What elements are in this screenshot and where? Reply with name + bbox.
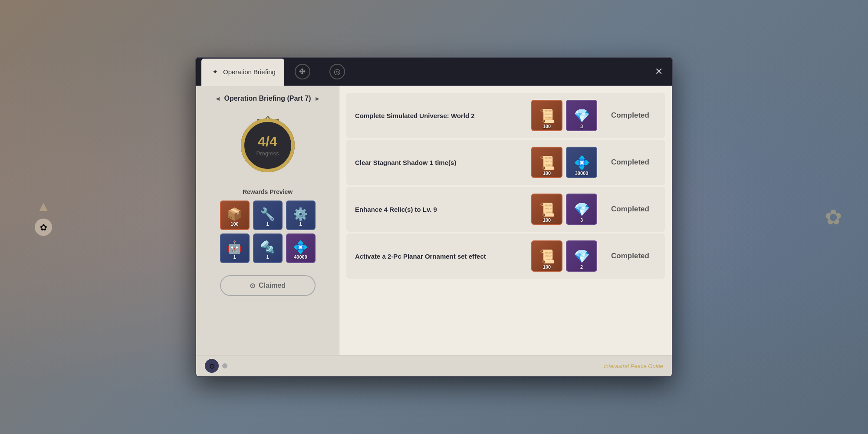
- task-reward-item: 💠 30000: [566, 147, 597, 178]
- modal-body: ◄ Operation Briefing (Part 7) ► 4/4 Prog…: [196, 86, 672, 355]
- reward-count: 100: [532, 171, 562, 176]
- task-description: Enhance 4 Relic(s) to Lv. 9: [355, 205, 524, 214]
- modal-footer: ⊙ Interastral Peace Guide: [196, 355, 672, 376]
- task-reward-item: 📜 100: [531, 147, 562, 178]
- task-reward-item: 📜 100: [531, 240, 562, 272]
- progress-text: 4/4 Progress: [256, 135, 279, 157]
- reward-count: 100: [532, 264, 562, 270]
- reward-icon: 🔧: [260, 208, 275, 220]
- task-reward-item: 📜 100: [531, 194, 562, 225]
- reward-icon: 📜: [539, 249, 555, 264]
- reward-icon: 💎: [574, 249, 590, 264]
- task-row: Complete Simulated Universe: World 2 📜 1…: [346, 93, 665, 138]
- tab-3[interactable]: ◎: [321, 59, 354, 86]
- reward-icon: 🔩: [260, 241, 275, 253]
- reward-item: 🤖 1: [220, 233, 250, 263]
- task-reward-item: 📜 100: [531, 100, 562, 131]
- reward-item: 📦 100: [220, 201, 250, 230]
- modal: ✦ Operation Briefing ✤ ◎ ✕ ◄ Operation B…: [195, 57, 673, 377]
- task-reward-item: 💎 2: [566, 240, 597, 272]
- reward-count: 1: [221, 254, 249, 260]
- task-rewards: 📜 100 💎 2: [531, 240, 597, 272]
- close-button[interactable]: ✕: [651, 64, 667, 79]
- reward-count: 3: [567, 217, 596, 223]
- task-description: Clear Stagnant Shadow 1 time(s): [355, 158, 524, 167]
- footer-left: ⊙: [205, 359, 227, 373]
- reward-count: 1: [254, 254, 282, 260]
- tab-2-icon: ✤: [295, 64, 310, 79]
- reward-count: 100: [532, 124, 562, 129]
- task-rewards: 📜 100 💎 3: [531, 100, 597, 131]
- reward-count: 100: [221, 221, 249, 227]
- task-reward-item: 💎 3: [566, 100, 597, 131]
- briefing-part-label: Operation Briefing (Part 7): [224, 95, 311, 102]
- tab-2[interactable]: ✤: [286, 59, 319, 86]
- reward-icon: 💠: [293, 241, 308, 253]
- task-status: Completed: [604, 111, 656, 120]
- task-reward-item: 💎 3: [566, 194, 597, 225]
- reward-count: 40000: [287, 254, 315, 260]
- reward-icon: 💎: [574, 202, 590, 217]
- tab-briefing-label: Operation Briefing: [223, 68, 276, 76]
- reward-item: 🔩 1: [253, 233, 283, 263]
- task-row: Enhance 4 Relic(s) to Lv. 9 📜 100 💎 3 Co…: [346, 187, 665, 232]
- reward-icon: 📜: [539, 155, 555, 170]
- next-arrow[interactable]: ►: [315, 95, 321, 102]
- reward-icon: 📦: [227, 208, 242, 220]
- claim-label: Claimed: [259, 282, 286, 289]
- reward-count: 1: [287, 221, 315, 227]
- task-row: Clear Stagnant Shadow 1 time(s) 📜 100 💠 …: [346, 140, 665, 185]
- prev-arrow[interactable]: ◄: [215, 95, 221, 102]
- tab-operation-briefing[interactable]: ✦ Operation Briefing: [201, 59, 284, 86]
- claim-button[interactable]: ⊙ Claimed: [220, 275, 316, 296]
- task-description: Complete Simulated Universe: World 2: [355, 111, 524, 120]
- task-status: Completed: [604, 252, 656, 260]
- reward-icon: ⚙️: [293, 208, 308, 220]
- reward-count: 100: [532, 217, 562, 223]
- progress-circle: 4/4 Progress: [235, 113, 300, 178]
- right-panel: Complete Simulated Universe: World 2 📜 1…: [339, 86, 672, 355]
- progress-label: Progress: [256, 150, 279, 157]
- reward-icon: 💠: [574, 155, 590, 170]
- claim-icon: ⊙: [250, 282, 255, 290]
- reward-count: 2: [567, 264, 596, 270]
- footer-guide-label: Interastral Peace Guide: [604, 363, 663, 369]
- left-panel: ◄ Operation Briefing (Part 7) ► 4/4 Prog…: [196, 86, 339, 355]
- reward-item: ⚙️ 1: [286, 201, 316, 230]
- task-status: Completed: [604, 205, 656, 214]
- reward-count: 30000: [567, 171, 596, 176]
- rewards-grid: 📦 100 🔧 1 ⚙️ 1: [205, 201, 330, 263]
- task-rewards: 📜 100 💠 30000: [531, 147, 597, 178]
- footer-dot: [222, 363, 227, 368]
- task-row: Activate a 2-Pc Planar Ornament set effe…: [346, 233, 665, 279]
- rewards-preview-label: Rewards Preview: [243, 188, 293, 195]
- reward-icon: 📜: [539, 108, 555, 123]
- progress-number: 4/4: [256, 135, 279, 148]
- reward-count: 1: [254, 221, 282, 227]
- footer-icon: ⊙: [205, 359, 219, 373]
- tab-briefing-icon: ✦: [210, 67, 220, 76]
- task-rewards: 📜 100 💎 3: [531, 194, 597, 225]
- reward-icon: 🤖: [227, 241, 242, 253]
- tab-3-icon: ◎: [329, 64, 345, 79]
- reward-item: 💠 40000: [286, 233, 316, 263]
- reward-icon: 📜: [539, 202, 555, 217]
- reward-count: 3: [567, 124, 596, 129]
- task-status: Completed: [604, 158, 656, 167]
- tab-bar: ✦ Operation Briefing ✤ ◎ ✕: [196, 58, 672, 86]
- reward-icon: 💎: [574, 108, 590, 123]
- task-description: Activate a 2-Pc Planar Ornament set effe…: [355, 252, 524, 261]
- reward-item: 🔧 1: [253, 201, 283, 230]
- briefing-title: ◄ Operation Briefing (Part 7) ►: [205, 95, 330, 102]
